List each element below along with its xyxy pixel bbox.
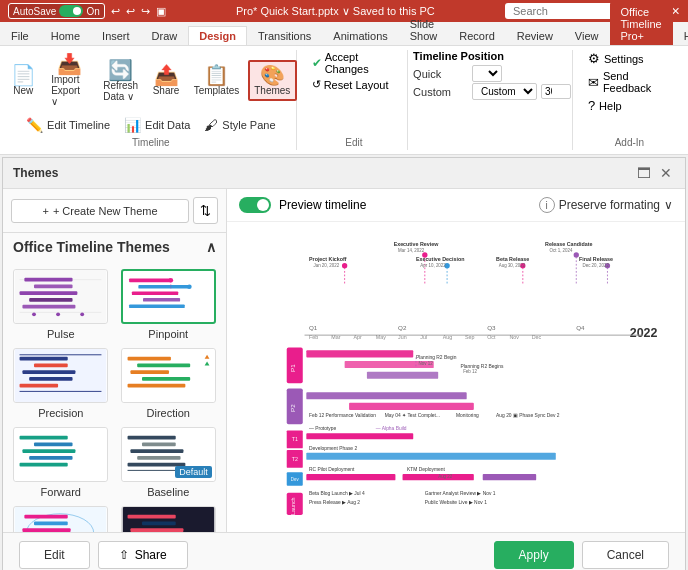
theme-pulse[interactable]: Pulse [11,269,111,340]
theme-direction[interactable]: Direction [119,348,219,419]
tab-animations[interactable]: Animations [322,26,398,45]
tab-file[interactable]: File [0,26,40,45]
search-input[interactable] [505,3,625,19]
share-ribbon-btn[interactable]: 📤 Share [147,61,184,100]
tab-office-timeline[interactable]: Office Timeline Pro+ [610,2,673,45]
svg-text:May 04  ✦ Test Complet...: May 04 ✦ Test Complet... [385,413,440,418]
share-button[interactable]: ⇧ Share [98,541,188,569]
svg-rect-52 [34,521,68,525]
tab-view[interactable]: View [564,26,610,45]
theme-vision[interactable]: Vision [119,506,219,532]
preview-toggle: Preview timeline [239,197,366,213]
panel-title: Themes [13,166,58,180]
theme-forward-preview [13,427,108,482]
svg-text:Executive Review: Executive Review [394,241,440,247]
title-bar-left: AutoSave On ↩ ↩ ↪ ▣ [8,3,166,19]
themes-btn[interactable]: 🎨 Themes [248,60,296,101]
style-pane-btn[interactable]: 🖌 Style Pane [199,115,280,135]
cancel-button[interactable]: Cancel [582,541,669,569]
svg-rect-45 [130,449,183,453]
tab-transitions[interactable]: Transitions [247,26,322,45]
saved-status: ∨ [342,5,353,17]
import-btn[interactable]: 📥 ImportExport ∨ [45,50,94,111]
edit-timeline-btn[interactable]: ✏️ Edit Timeline [21,115,115,135]
theme-orbit[interactable]: Orbit [11,506,111,532]
settings-btn[interactable]: ⚙ Settings [585,50,674,67]
tab-draw[interactable]: Draw [141,26,189,45]
svg-text:Planning R2 Begin: Planning R2 Begin [416,355,457,360]
check-icon: ✔ [312,56,322,70]
tp-quick-select[interactable] [472,65,502,82]
preserve-formatting-btn[interactable]: i Preserve formating ∨ [539,197,673,213]
theme-baseline[interactable]: Default Baseline [119,427,219,498]
settings-icon: ⚙ [588,51,600,66]
edit-data-label: Edit Data [145,119,190,131]
new-btn[interactable]: 📄 New [5,61,41,100]
panel-maximize-btn[interactable]: 🗖 [635,164,653,182]
theme-precision[interactable]: Precision [11,348,111,419]
svg-text:Beta Blog Launch ▶ Jul 4: Beta Blog Launch ▶ Jul 4 [309,491,365,496]
autosave-toggle[interactable] [59,5,83,17]
panel-close-btn[interactable]: ✕ [657,164,675,182]
feedback-btn[interactable]: ✉ Send Feedback [585,69,674,95]
edit-button[interactable]: Edit [19,541,90,569]
addin-group-label: Add-In [615,135,644,150]
reset-layout-btn[interactable]: ↺ Reset Layout [309,77,400,92]
edit-timeline-label: Edit Timeline [47,119,110,131]
svg-text:Apr 10, 2022: Apr 10, 2022 [420,263,446,268]
tab-design[interactable]: Design [188,26,247,45]
undo-btn[interactable]: ↩ [111,5,120,18]
svg-text:KTM Deployment: KTM Deployment [407,467,445,472]
tp-number-input[interactable] [541,84,571,99]
svg-text:Jan 20, 2022: Jan 20, 2022 [313,263,339,268]
tab-help[interactable]: Help [673,26,688,45]
svg-point-9 [56,312,60,316]
tp-quick-row: Quick [413,65,571,82]
present-btn[interactable]: ▣ [156,5,166,18]
autosave-on: On [86,6,99,17]
timeline-area: 2022 Executive Review Mar 14, 2022 Relea… [227,222,685,532]
theme-pinpoint[interactable]: Pinpoint [119,269,219,340]
style-pane-icon: 🖌 [204,118,218,132]
help-btn[interactable]: ? Help [585,97,674,114]
redo-btn[interactable]: ↪ [141,5,150,18]
svg-point-19 [187,284,192,289]
svg-text:Apr: Apr [354,334,363,340]
svg-rect-132 [306,453,555,460]
edit-group-label: Edit [345,135,362,150]
tab-slideshow[interactable]: Slide Show [399,14,449,45]
ribbon-group-edit: ✔ Accept Changes ↺ Reset Layout Edit [301,50,409,150]
svg-point-72 [342,263,347,268]
svg-text:Sep: Sep [465,334,475,340]
edit-timeline-icon: ✏️ [26,118,43,132]
svg-text:Final Release: Final Release [579,256,613,262]
undo2-btn[interactable]: ↩ [126,5,135,18]
baseline-label: Baseline [147,486,189,498]
theme-forward[interactable]: Forward [11,427,111,498]
refresh-btn[interactable]: 🔄 RefreshData ∨ [98,56,143,106]
tp-custom-select[interactable]: Custom [472,83,537,100]
create-plus-icon: + [42,205,48,217]
tab-review[interactable]: Review [506,26,564,45]
main-content: Preview timeline i Preserve formating ∨ … [227,189,685,532]
tab-home[interactable]: Home [40,26,91,45]
accept-changes-btn[interactable]: ✔ Accept Changes [309,50,400,76]
import-label: ImportExport ∨ [51,74,88,107]
section-collapse-icon[interactable]: ∧ [206,239,216,255]
templates-btn[interactable]: 📋 Templates [189,61,244,100]
svg-text:Launch: Launch [290,497,296,515]
svg-rect-22 [34,363,68,367]
theme-orbit-preview [13,506,108,532]
tp-title: Timeline Position [413,50,571,62]
sort-btn[interactable]: ⇅ [193,197,218,224]
svg-rect-134 [306,474,395,480]
svg-text:Q2: Q2 [398,324,407,331]
edit-data-btn[interactable]: 📊 Edit Data [119,115,195,135]
preview-toggle-switch[interactable] [239,197,271,213]
tab-insert[interactable]: Insert [91,26,141,45]
create-new-theme-btn[interactable]: + + Create New Theme [11,199,189,223]
apply-button[interactable]: Apply [494,541,574,569]
bottom-left: Edit ⇧ Share [19,541,188,569]
tab-record[interactable]: Record [448,26,505,45]
svg-rect-38 [34,442,73,446]
